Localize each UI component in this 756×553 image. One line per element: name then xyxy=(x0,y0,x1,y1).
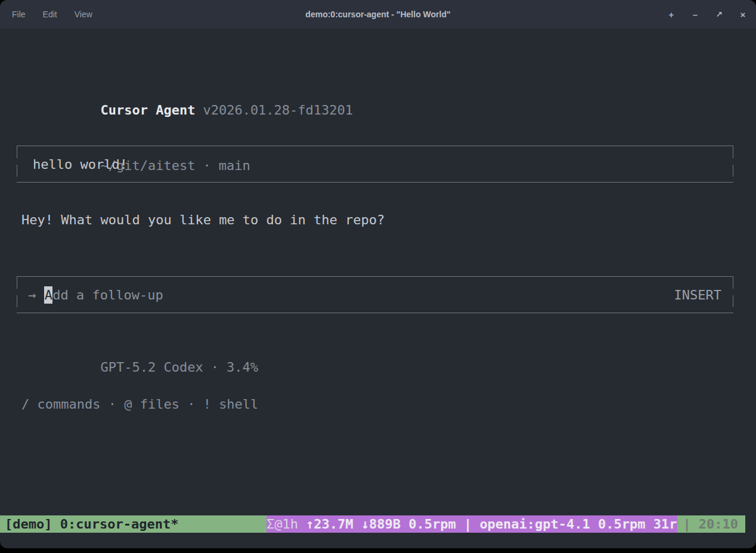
minimize-icon[interactable]: – xyxy=(690,10,700,19)
tmux-status-bar: [demo] 0:cursor-agent* Σ@1h↑23.7M ↓889B … xyxy=(0,515,745,533)
user-message-box: hello world! xyxy=(17,146,733,183)
box-border-right xyxy=(733,146,733,182)
menu-file[interactable]: File xyxy=(12,10,26,19)
tmux-session-label[interactable]: [demo] 0:cursor-agent* xyxy=(0,515,178,533)
terminal-window: File Edit View demo:0:cursor-agent - "He… xyxy=(0,0,756,548)
box-border-left xyxy=(17,277,17,313)
menu-edit[interactable]: Edit xyxy=(43,10,57,19)
box-border-left xyxy=(17,146,17,182)
context-percent: 3.4% xyxy=(227,360,258,375)
clock-separator: | xyxy=(683,515,691,533)
new-tab-icon[interactable]: + xyxy=(667,10,676,19)
app-name: Cursor Agent xyxy=(100,103,195,118)
dot-separator: · xyxy=(211,360,219,375)
stats-metrics: ↑23.7M ↓889B 0.5rpm | openai:gpt-4.1 0.5… xyxy=(306,515,677,533)
window-controls: + – ↗ × xyxy=(667,10,756,19)
menubar: File Edit View xyxy=(0,10,92,19)
box-border-right xyxy=(733,277,733,313)
insert-mode-badge: INSERT xyxy=(674,288,721,302)
close-icon[interactable]: × xyxy=(738,10,748,19)
follow-up-input[interactable]: →Add a follow-up INSERT xyxy=(17,276,733,313)
user-message: hello world! xyxy=(33,155,128,174)
titlebar: File Edit View demo:0:cursor-agent - "He… xyxy=(0,0,756,29)
window-title: demo:0:cursor-agent - "Hello World" xyxy=(0,10,756,19)
assistant-message: Hey! What would you like me to do in the… xyxy=(21,211,385,229)
maximize-icon[interactable]: ↗ xyxy=(714,10,724,19)
shortcut-hints: / commands · @ files · ! shell xyxy=(21,395,258,413)
agent-footer: GPT-5.2 Codex·3.4% / commands · @ files … xyxy=(21,339,258,413)
menu-view[interactable]: View xyxy=(75,10,92,19)
app-version: v2026.01.28-fd13201 xyxy=(203,103,353,118)
tmux-stats-segment: Σ@1h↑23.7M ↓889B 0.5rpm | openai:gpt-4.1… xyxy=(267,515,677,533)
text-cursor: A xyxy=(44,286,52,304)
terminal-content: Cursor Agentv2026.01.28-fd13201 ~/git/ai… xyxy=(0,29,756,548)
desktop-background: File Edit View demo:0:cursor-agent - "He… xyxy=(0,0,756,553)
stats-window: Σ@1h xyxy=(267,515,298,533)
tmux-clock-segment: |20:10 xyxy=(677,515,745,533)
input-placeholder: dd a follow-up xyxy=(52,288,163,302)
clock-time: 20:10 xyxy=(699,515,738,533)
model-name: GPT-5.2 Codex xyxy=(100,360,203,375)
prompt-arrow-icon: → xyxy=(28,288,36,302)
